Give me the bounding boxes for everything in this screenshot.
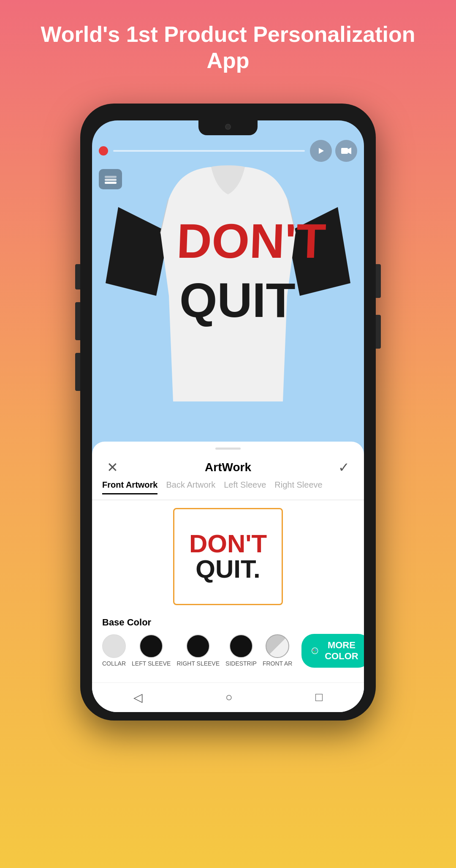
tab-back-artwork[interactable]: Back Artwork <box>166 480 215 494</box>
more-color-button[interactable]: MORE COLOR <box>301 634 364 668</box>
volume-button-right <box>376 315 381 349</box>
swatch-label-front-artwork: FRONT AR <box>263 660 293 667</box>
base-color-section: Base Color COLLAR LEFT SLEEVE <box>92 613 364 674</box>
swatch-right-sleeve[interactable]: RIGHT SLEEVE <box>176 634 220 667</box>
layers-button[interactable] <box>99 169 122 189</box>
swatch-label-right-sleeve: RIGHT SLEEVE <box>176 660 220 667</box>
color-swatches: COLLAR LEFT SLEEVE RIGHT SLEEVE <box>102 634 354 668</box>
svg-rect-5 <box>105 182 117 184</box>
tab-front-artwork[interactable]: Front Artwork <box>102 480 157 494</box>
palette-icon <box>312 645 318 656</box>
phone-device: DON'T QUIT ✕ ArtWork ✓ Front Ar <box>80 104 376 729</box>
recents-nav-icon[interactable]: □ <box>315 691 323 704</box>
page-title: World's 1st Product Personalization App <box>0 0 456 99</box>
swatch-label-collar: COLLAR <box>102 660 126 667</box>
camera-icon <box>225 124 231 130</box>
svg-point-8 <box>312 648 318 654</box>
phone-notch <box>198 120 258 135</box>
video-button[interactable] <box>335 140 357 162</box>
swatch-left-sleeve[interactable]: LEFT SLEEVE <box>132 634 171 667</box>
swatch-label-left-sleeve: LEFT SLEEVE <box>132 660 171 667</box>
swatch-circle-sidestrip <box>229 634 253 658</box>
tab-left-sleeve[interactable]: Left Sleeve <box>224 480 266 494</box>
artwork-tabs: Front Artwork Back Artwork Left Sleeve R… <box>92 476 364 494</box>
svg-point-10 <box>315 649 317 651</box>
power-button <box>376 264 381 298</box>
home-nav-icon[interactable]: ○ <box>225 691 233 704</box>
back-nav-icon[interactable]: ◁ <box>133 691 143 704</box>
tab-right-sleeve[interactable]: Right Sleeve <box>274 480 322 494</box>
svg-point-9 <box>313 649 315 651</box>
volume-down-button <box>75 353 80 391</box>
swatch-sidestrip[interactable]: SIDESTRIP <box>225 634 257 667</box>
more-color-label: MORE COLOR <box>323 640 361 662</box>
swatch-circle-left-sleeve <box>139 634 163 658</box>
svg-text:DON'T: DON'T <box>176 214 327 268</box>
svg-marker-2 <box>348 147 351 154</box>
swatch-label-sidestrip: SIDESTRIP <box>225 660 257 667</box>
bottom-panel: ✕ ArtWork ✓ Front Artwork Back Artwork L… <box>92 442 364 712</box>
panel-title: ArtWork <box>121 461 335 474</box>
close-button[interactable]: ✕ <box>104 459 121 476</box>
swatch-circle-right-sleeve <box>186 634 210 658</box>
base-color-label: Base Color <box>102 617 354 628</box>
svg-rect-1 <box>341 148 348 154</box>
svg-rect-3 <box>105 176 117 178</box>
quit-text: QUIT. <box>189 557 267 582</box>
progress-dot <box>99 146 108 156</box>
play-button[interactable] <box>310 140 332 162</box>
mute-button <box>75 264 80 289</box>
swatch-circle-front-artwork <box>266 634 289 658</box>
check-button[interactable]: ✓ <box>335 459 352 476</box>
dont-text: DON'T <box>189 531 267 557</box>
svg-text:QUIT: QUIT <box>179 273 296 327</box>
phone-nav-bar: ◁ ○ □ <box>92 682 364 712</box>
swatch-front-artwork[interactable]: FRONT AR <box>263 634 293 667</box>
artwork-preview[interactable]: DON'T QUIT. <box>173 508 283 605</box>
panel-header: ✕ ArtWork ✓ <box>92 450 364 476</box>
svg-rect-4 <box>105 179 117 181</box>
svg-marker-0 <box>319 148 324 154</box>
volume-up-button <box>75 302 80 340</box>
tshirt-display-area: DON'T QUIT <box>92 135 364 456</box>
progress-track <box>113 150 305 152</box>
phone-screen: DON'T QUIT ✕ ArtWork ✓ Front Ar <box>92 120 364 712</box>
svg-point-11 <box>314 651 316 653</box>
swatch-circle-collar <box>102 634 126 658</box>
swatch-collar[interactable]: COLLAR <box>102 634 126 667</box>
progress-bar-area <box>92 139 364 163</box>
artwork-preview-text: DON'T QUIT. <box>185 527 271 586</box>
tshirt-image: DON'T QUIT <box>106 165 350 403</box>
